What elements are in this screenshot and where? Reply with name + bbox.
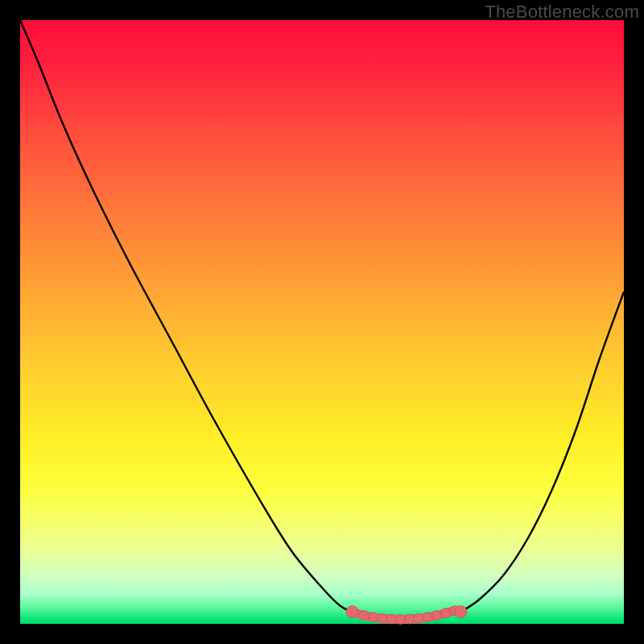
trough-marker-dot: [423, 613, 432, 622]
trough-marker-dot: [346, 606, 358, 618]
left-descending-curve: [20, 20, 353, 612]
trough-marker-dot: [432, 611, 442, 621]
trough-marker-dot: [414, 613, 423, 623]
trough-marker-dot: [386, 614, 396, 624]
trough-marker-group: [346, 606, 467, 625]
trough-marker-dot: [405, 614, 415, 624]
trough-marker-dot: [378, 613, 387, 623]
chart-frame: TheBottleneck.com: [0, 0, 644, 644]
right-ascending-curve: [461, 292, 625, 613]
trough-marker-dot: [455, 606, 467, 618]
chart-svg: [20, 20, 624, 624]
trough-marker-dot: [360, 611, 369, 621]
trough-marker-dot: [441, 609, 451, 618]
trough-marker-dot: [396, 614, 406, 624]
trough-marker-dot: [369, 613, 378, 622]
plot-area: [20, 20, 624, 624]
